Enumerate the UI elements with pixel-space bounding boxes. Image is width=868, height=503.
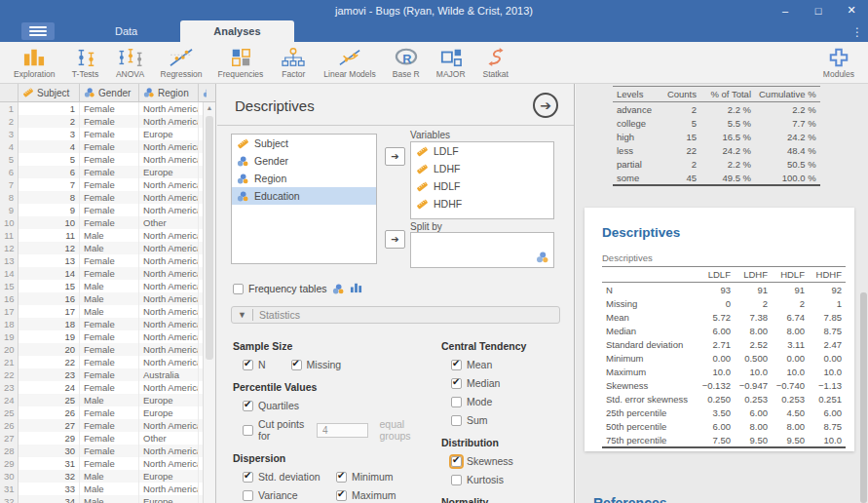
checkbox-skewness[interactable]: Skewness [451,455,558,467]
cell-subject[interactable]: 30 [19,445,80,457]
minimize-icon[interactable]: – [769,0,802,20]
ribbon-button-factor[interactable]: Factor [271,42,316,83]
cell-subject[interactable]: 34 [19,495,80,503]
cell-gender[interactable]: Female [80,457,139,470]
cell-region[interactable]: North America [139,115,199,128]
cell-subject[interactable]: 19 [19,330,80,343]
checkbox-quartiles[interactable]: Quartiles [243,400,428,411]
ribbon-button-exploration[interactable]: Exploration [6,42,63,83]
cell-region[interactable]: North America [139,140,199,153]
cell-region[interactable]: North America [139,229,199,242]
cell-gender[interactable]: Female [80,330,139,343]
cell-gender[interactable]: Male [80,495,139,503]
cell-subject[interactable]: 22 [19,356,80,368]
checkbox-box[interactable] [451,475,462,485]
source-variable-item[interactable]: Subject [232,135,376,152]
checkbox-box[interactable] [243,425,253,436]
ribbon-button-statkat[interactable]: Statkat [473,42,518,83]
cell-region[interactable]: Other [139,432,199,445]
ribbon-button-regression[interactable]: Regression [153,42,210,83]
source-variable-item[interactable]: Gender [232,152,376,170]
checkbox-cut-points-for[interactable]: Cut points for4equal groups [243,418,428,442]
cell-region[interactable]: North America [139,419,199,432]
ribbon-button-frequencies[interactable]: Frequencies [210,42,272,83]
cell-subject[interactable]: 24 [19,381,80,394]
cell-subject[interactable]: 20 [19,343,80,356]
cell-region[interactable]: Europe [139,166,199,178]
checkbox-box[interactable] [243,472,253,483]
overflow-dots-icon[interactable]: ⋮ [850,25,864,39]
checkbox-variance[interactable]: Variance [243,489,326,501]
statistics-collapse-bar[interactable]: ▼ Statistics [231,306,560,324]
cell-gender[interactable]: Male [80,483,139,495]
cell-region[interactable]: North America [139,267,199,280]
scroll-up-icon[interactable]: ▲ [204,102,215,114]
cell-gender[interactable]: Female [80,140,139,153]
cell-subject[interactable]: 1 [19,102,80,115]
cell-gender[interactable]: Female [80,432,139,445]
cell-gender[interactable]: Female [80,128,139,140]
cell-subject[interactable]: 7 [19,178,80,191]
modules-button[interactable]: Modules [815,42,862,83]
cell-subject[interactable]: 26 [19,406,80,419]
assigned-variable-item[interactable]: LDHF [411,160,553,177]
scroll-thumb[interactable] [206,116,213,360]
cell-region[interactable]: North America [139,305,199,318]
checkbox-box[interactable] [451,378,462,389]
cell-gender[interactable]: Female [80,178,139,191]
checkbox-mode[interactable]: Mode [451,396,558,407]
source-variable-item[interactable]: Education [232,187,376,205]
cell-subject[interactable]: 4 [19,140,80,153]
cell-region[interactable]: North America [139,102,199,115]
cell-subject[interactable]: 27 [19,419,80,432]
checkbox-box[interactable] [243,490,253,501]
split-by-list[interactable] [410,232,554,268]
cell-subject[interactable]: 16 [19,292,80,305]
cell-subject[interactable]: 15 [19,280,80,292]
assign-variables-arrow-button[interactable]: ➔ [385,147,405,166]
cell-region[interactable]: North America [139,381,199,394]
ribbon-button-major[interactable]: MAJOR [429,42,473,83]
descriptives-results-card[interactable]: Descriptives Descriptives LDLFLDHFHDLFHD… [585,208,854,451]
checkbox-n[interactable]: N [243,359,266,370]
cell-region[interactable]: North America [139,178,199,191]
source-variables-list[interactable]: SubjectGenderRegionEducation [231,134,377,264]
close-icon[interactable]: ✕ [835,0,868,20]
cell-subject[interactable]: 33 [19,483,80,495]
cell-gender[interactable]: Female [80,153,139,166]
hamburger-menu-icon[interactable] [21,22,55,40]
column-header-subject[interactable]: Subject [19,84,80,101]
checkbox-maximum[interactable]: Maximum [336,489,428,501]
cell-subject[interactable]: 25 [19,394,80,406]
cell-region[interactable]: Europe [139,470,199,483]
cell-gender[interactable]: Female [80,102,139,115]
cell-region[interactable]: North America [139,191,199,204]
grid-vertical-scrollbar[interactable]: ▲ [203,102,215,503]
cell-region[interactable]: North America [139,343,199,356]
cell-region[interactable]: Europe [139,495,199,503]
cell-subject[interactable]: 31 [19,457,80,470]
variables-list[interactable]: LDLFLDHFHDLFHDHF [410,141,554,219]
cell-region[interactable]: North America [139,445,199,457]
cell-gender[interactable]: Female [80,368,139,381]
cell-region[interactable]: North America [139,242,199,254]
chevron-down-icon[interactable]: ▼ [238,310,246,320]
ribbon-button-base-r[interactable]: RBase R [384,42,429,83]
cell-region[interactable]: North America [139,483,199,495]
checkbox-box[interactable] [336,490,347,501]
checkbox-box[interactable] [336,472,347,483]
checkbox-box[interactable] [451,456,462,467]
source-variable-item[interactable]: Region [232,170,376,187]
checkbox-minimum[interactable]: Minimum [336,471,428,483]
cell-gender[interactable]: Male [80,280,139,292]
cell-region[interactable]: North America [139,254,199,267]
cell-gender[interactable]: Female [80,343,139,356]
cell-subject[interactable]: 3 [19,128,80,140]
cell-subject[interactable]: 6 [19,166,80,178]
cell-region[interactable]: Australia [139,368,199,381]
cell-gender[interactable]: Female [80,166,139,178]
cell-subject[interactable]: 32 [19,470,80,483]
frequency-tables-checkbox[interactable] [233,284,244,294]
cut-points-field[interactable]: 4 [317,423,369,438]
tab-analyses[interactable]: Analyses [180,20,293,42]
